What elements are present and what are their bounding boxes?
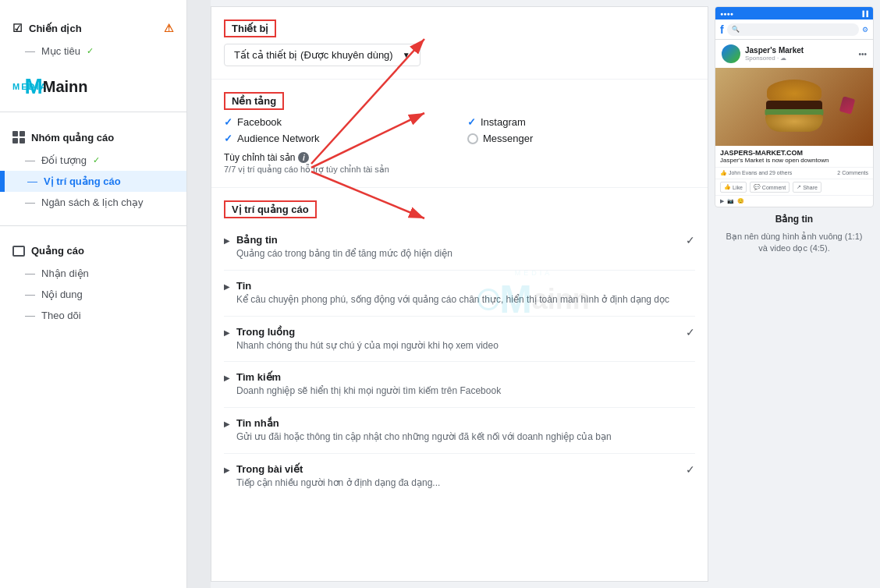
placement-list: ▶ Bảng tin Quảng cáo trong bảng tin để t… <box>224 225 695 499</box>
sidebar-sub-nhan-dien[interactable]: — Nhận diện <box>0 263 186 284</box>
action-buttons: 👍 Like 💬 Comment ↗ Share <box>715 179 873 195</box>
shop-url-sub: Jasper's Market is now open downtown <box>720 157 868 164</box>
vi-tri-quang-cao-label: Vị trí quảng cáo <box>224 200 317 218</box>
main-panel: Thiết bị Tất cả thiết bị (Được khuyên dù… <box>211 6 708 582</box>
platform-messenger[interactable]: Messenger <box>467 133 695 144</box>
placement-tim-kiem[interactable]: ▶ Tìm kiếm Doanh nghiệp sẽ hiển thị khi … <box>224 362 695 408</box>
like-label: Like <box>733 185 743 190</box>
ngan-sach-label: Ngân sách & lịch chạy <box>41 197 144 208</box>
comment-button[interactable]: 💬 Comment <box>750 182 790 193</box>
platform-audience-network[interactable]: ✓ Audience Network <box>224 133 452 144</box>
trong-bai-viet-info: Trong bài viết Tiếp cận nhiều người hơn … <box>236 463 680 490</box>
facebook-check: ✓ <box>224 116 232 128</box>
sidebar-sub-muc-tieu[interactable]: — Mục tiêu ✓ <box>0 41 186 62</box>
sidebar-sub-doi-tuong[interactable]: — Đối tượng ✓ <box>0 150 186 171</box>
dropdown-label: Tất cả thiết bị (Được khuyên dùng) <box>234 49 393 61</box>
placement-bang-tin[interactable]: ▶ Bảng tin Quảng cáo trong bảng tin để t… <box>224 225 695 271</box>
trong-bai-viet-desc: Tiếp cận nhiều người hơn ở định dạng đa … <box>236 476 680 490</box>
thiet-bi-label: Thiết bị <box>224 19 276 37</box>
reactions-text: 👍 John Evans and 29 others <box>720 170 792 176</box>
sidebar-sub-noi-dung[interactable]: — Nội dung <box>0 284 186 305</box>
tin-info: Tin Kể câu chuyện phong phú, sống động v… <box>236 280 695 306</box>
phone-status-bar: ●●●● ▐▐ <box>715 7 873 19</box>
messenger-circle <box>467 133 478 144</box>
divider-2 <box>0 225 186 226</box>
share-label: Share <box>803 185 818 190</box>
quang-cao-label: Quảng cáo <box>31 245 84 257</box>
trong-luong-check: ✓ <box>686 326 695 338</box>
sidebar-section-quang-cao: Quảng cáo — Nhận diện — Nội dung — Theo … <box>0 232 186 332</box>
grid-icon <box>12 131 25 143</box>
trong-luong-desc: Nhanh chóng thu hút sự chú ý của mọi ngư… <box>236 339 680 352</box>
right-preview-panel: ●●●● ▐▐ f 🔍 ⚙ Jasper's Market Spon <box>708 0 880 588</box>
tin-desc: Kể câu chuyện phong phú, sống động với q… <box>236 293 695 306</box>
platform-facebook[interactable]: ✓ Facebook <box>224 116 452 128</box>
shop-name: Jasper's Market <box>745 46 853 55</box>
phone-battery: ▐▐ <box>860 11 868 16</box>
logo-ainn: Mainn <box>43 78 88 96</box>
instagram-check: ✓ <box>467 116 476 128</box>
thiet-bi-dropdown[interactable]: Tất cả thiết bị (Được khuyên dùng) ▼ <box>224 44 420 66</box>
bang-tin-check: ✓ <box>686 234 695 246</box>
sidebar-nhom-header: Nhóm quảng cáo <box>0 125 186 150</box>
logo-M: M <box>24 74 42 99</box>
nhan-dien-label: Nhận diện <box>41 267 89 279</box>
sidebar-sub-vi-tri[interactable]: — Vị trí quảng cáo <box>0 171 186 192</box>
sidebar-sub-ngan-sach[interactable]: — Ngân sách & lịch chạy <box>0 192 186 213</box>
bang-tin-preview-desc: Bạn nên dùng hình ảnh vuông (1:1) và vid… <box>715 231 874 261</box>
tin-nhan-desc: Gửi ưu đãi hoặc thông tin cập nhật cho n… <box>236 430 695 444</box>
fb-search-box[interactable]: 🔍 <box>727 23 859 36</box>
shop-sub: Sponsored · ☁ <box>745 55 853 62</box>
video-icon[interactable]: ▶ <box>720 198 724 204</box>
theo-doi-label: Theo dõi <box>41 310 81 321</box>
reactions-row: 👍 John Evans and 29 others 2 Comments <box>715 168 873 179</box>
shop-url: JASPERS-MARKET.COM <box>720 149 868 157</box>
photo-icon[interactable]: 📷 <box>727 198 734 204</box>
tim-kiem-desc: Doanh nghiệp sẽ hiển thị khi mọi người t… <box>236 384 695 398</box>
chevron-down-icon: ▼ <box>403 51 410 59</box>
like-icon: 👍 <box>724 184 731 190</box>
like-button[interactable]: 👍 Like <box>720 182 747 193</box>
tuy-chinh-row: Tùy chỉnh tài sản i <box>224 152 695 163</box>
post-header: Jasper's Market Sponsored · ☁ ••• <box>715 40 873 68</box>
muc-tieu-label: Mục tiêu <box>41 45 80 57</box>
logo-area: MEDIA M Mainn <box>0 68 186 105</box>
smile-icon[interactable]: 😊 <box>737 198 744 204</box>
sidebar-item-chien-dich[interactable]: ☑ Chiến dịch ⚠ <box>0 16 186 41</box>
platform-instagram[interactable]: ✓ Instagram <box>467 116 695 128</box>
messenger-label: Messenger <box>483 133 533 144</box>
trong-bai-viet-arrow[interactable]: ▶ <box>224 466 230 474</box>
sidebar-section-nhom: Nhóm quảng cáo — Đối tượng ✓ — Vị trí qu… <box>0 119 186 219</box>
sidebar-sub-theo-doi[interactable]: — Theo dõi <box>0 305 186 326</box>
extra-icons-row: ▶ 📷 😊 <box>715 195 873 207</box>
divider-1 <box>0 112 186 112</box>
trong-bai-viet-title: Trong bài viết <box>236 463 680 475</box>
doi-tuong-label: Đối tượng <box>41 154 87 166</box>
comment-label: Comment <box>762 185 786 190</box>
bang-tin-title: Bảng tin <box>236 234 680 246</box>
tim-kiem-arrow[interactable]: ▶ <box>224 374 230 382</box>
placement-trong-bai-viet[interactable]: ▶ Trong bài viết Tiếp cận nhiều người hơ… <box>224 454 695 499</box>
tin-arrow[interactable]: ▶ <box>224 282 230 291</box>
share-button[interactable]: ↗ Share <box>793 182 821 193</box>
placement-tin[interactable]: ▶ Tin Kể câu chuyện phong phú, sống động… <box>224 271 695 317</box>
fb-nav-bar: f 🔍 ⚙ <box>715 19 873 40</box>
tin-nhan-title: Tin nhắn <box>236 417 695 429</box>
vi-tri-label: Vị trí quảng cáo <box>44 175 121 187</box>
monitor-icon <box>12 246 25 257</box>
tin-nhan-arrow[interactable]: ▶ <box>224 420 230 428</box>
trong-luong-info: Trong luồng Nhanh chóng thu hút sự chú ý… <box>236 326 680 352</box>
comment-icon: 💬 <box>754 184 761 190</box>
trong-luong-arrow[interactable]: ▶ <box>224 328 230 337</box>
placement-tin-nhan[interactable]: ▶ Tin nhắn Gửi ưu đãi hoặc thông tin cập… <box>224 408 695 454</box>
post-meta: Jasper's Market Sponsored · ☁ <box>745 46 853 62</box>
sidebar-chien-dich-label: Chiến dịch <box>29 23 82 34</box>
bang-tin-desc: Quảng cáo trong bảng tin để tăng mức độ … <box>236 247 680 260</box>
info-icon: i <box>298 152 309 163</box>
bang-tin-arrow[interactable]: ▶ <box>224 236 230 245</box>
nhom-label: Nhóm quảng cáo <box>31 132 114 143</box>
placement-trong-luong[interactable]: ▶ Trong luồng Nhanh chóng thu hút sự chú… <box>224 317 695 363</box>
audience-check: ✓ <box>224 133 232 144</box>
trong-bai-viet-check: ✓ <box>686 463 695 476</box>
post-options-icon[interactable]: ••• <box>858 50 867 58</box>
